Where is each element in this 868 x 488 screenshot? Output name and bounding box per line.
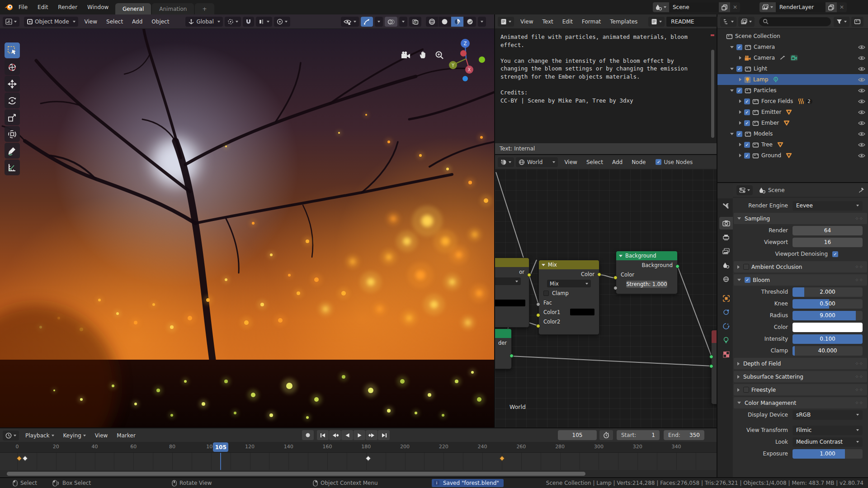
- shading-solid-button[interactable]: [439, 17, 451, 27]
- proportional-dropdown[interactable]: [274, 17, 290, 27]
- tool-select-box[interactable]: [5, 42, 20, 58]
- expander-icon[interactable]: [730, 46, 734, 48]
- expander-icon[interactable]: [739, 110, 741, 114]
- timeline-ruler[interactable]: 0204060801001201401601802002202402602803…: [0, 442, 717, 453]
- text-content[interactable]: Animated file with particles, animated m…: [495, 29, 717, 143]
- mix-color-out-socket[interactable]: [597, 272, 601, 277]
- panel-subsurface-scattering[interactable]: Subsurface Scattering⁘⁘: [734, 371, 867, 382]
- panel-sampling[interactable]: Sampling⁘⁘: [734, 213, 867, 224]
- expander-icon[interactable]: [730, 89, 734, 92]
- auto-key-stopwatch-button[interactable]: [599, 430, 613, 440]
- outliner-row-force-fields[interactable]: ✓Force Fields2: [717, 96, 868, 107]
- text-menu-edit[interactable]: Edit: [558, 19, 577, 25]
- text-menu-templates[interactable]: Templates: [605, 19, 642, 25]
- tab-general[interactable]: General: [115, 3, 151, 14]
- tool-measure[interactable]: [5, 160, 20, 175]
- editor-type-button[interactable]: [498, 157, 514, 167]
- visibility-dropdown[interactable]: [341, 17, 359, 27]
- visibility-checkbox[interactable]: ✓: [744, 99, 750, 104]
- gizmo-dropdown[interactable]: [375, 17, 383, 27]
- color-swatch-black[interactable]: [495, 300, 525, 306]
- shading-dropdown[interactable]: [478, 17, 486, 27]
- scene-selector[interactable]: Scene ✕: [653, 2, 740, 12]
- panel-expander-icon[interactable]: [737, 217, 741, 220]
- record-button[interactable]: [302, 430, 314, 440]
- new-collection-button[interactable]: [851, 17, 863, 27]
- background-out-socket[interactable]: [675, 264, 679, 268]
- panel-checkbox[interactable]: [743, 264, 749, 270]
- panel-freestyle[interactable]: Freestyle⁘⁘: [734, 384, 867, 395]
- text-datablock-name[interactable]: README: [666, 17, 721, 27]
- shading-wireframe-button[interactable]: [426, 17, 438, 27]
- mix-fac-socket[interactable]: [536, 302, 540, 306]
- pivot-dropdown[interactable]: [225, 17, 241, 27]
- panel-bloom[interactable]: ✓Bloom⁘⁘: [734, 274, 867, 286]
- keyframe-diamond[interactable]: [22, 455, 28, 461]
- shader-menu-add[interactable]: Add: [608, 159, 627, 165]
- mode-dropdown[interactable]: Object Mode: [24, 17, 78, 27]
- outliner-row-ground[interactable]: ✓Ground: [717, 150, 868, 161]
- prop-value-field[interactable]: 64: [793, 226, 863, 235]
- viewport-menu-select[interactable]: Select: [102, 19, 127, 25]
- scene-name[interactable]: Scene: [669, 2, 719, 12]
- shader-menu-select[interactable]: Select: [582, 159, 608, 165]
- panel-checkbox[interactable]: ✓: [745, 277, 750, 283]
- pan-hand-icon[interactable]: [419, 51, 428, 60]
- tab-animation[interactable]: Animation: [152, 3, 194, 14]
- properties-tab-object-data[interactable]: [719, 334, 733, 347]
- panel-checkbox[interactable]: [743, 387, 749, 393]
- text-editor[interactable]: ViewTextEditFormatTemplates README Anima…: [495, 14, 717, 154]
- menu-file[interactable]: File: [14, 0, 33, 14]
- overlays-dropdown[interactable]: [399, 17, 407, 27]
- shader-type-dropdown[interactable]: World: [516, 157, 558, 167]
- expander-icon[interactable]: [739, 154, 741, 157]
- prev-keyframe-button[interactable]: [329, 430, 341, 440]
- play-reverse-button[interactable]: [341, 430, 353, 440]
- gizmo-toggle[interactable]: [361, 17, 373, 27]
- properties-tab-texture[interactable]: [719, 348, 733, 361]
- panel-expander-icon[interactable]: [737, 279, 741, 281]
- mix-node[interactable]: Mix Color Mix Clamp Fac Color1 Color2: [538, 260, 599, 335]
- timeline-menu-marker[interactable]: Marker: [112, 432, 140, 439]
- outliner-row-models[interactable]: ✓Models: [717, 128, 868, 139]
- prop-slider[interactable]: 9.000: [793, 311, 863, 320]
- next-keyframe-button[interactable]: [366, 430, 377, 440]
- properties-tab-render[interactable]: [719, 217, 733, 230]
- visibility-checkbox[interactable]: ✓: [744, 109, 750, 115]
- filter-dropdown[interactable]: [834, 17, 849, 27]
- tool-scale[interactable]: [5, 109, 20, 125]
- tool-rotate[interactable]: [5, 93, 20, 108]
- prop-value-field[interactable]: 16: [793, 238, 863, 247]
- viewport-menu-object[interactable]: Object: [147, 19, 174, 25]
- partial-mix-node[interactable]: or: [495, 258, 529, 328]
- renderlayer-name[interactable]: RenderLayer: [776, 2, 826, 12]
- expander-icon[interactable]: [739, 56, 741, 60]
- text-datablock-dropdown[interactable]: [648, 17, 665, 27]
- remove-layer-button[interactable]: ✕: [837, 2, 847, 12]
- use-nodes-checkbox[interactable]: ✓: [656, 159, 661, 165]
- visibility-checkbox[interactable]: ✓: [744, 120, 750, 126]
- display-mode-dropdown[interactable]: [738, 17, 755, 27]
- frame-end-field[interactable]: End:350: [664, 430, 704, 440]
- timeline-track[interactable]: [0, 453, 717, 470]
- properties-tab-output[interactable]: [719, 231, 733, 244]
- playhead-line[interactable]: [220, 453, 221, 470]
- background-node[interactable]: Background Background Color Strength: 1.…: [616, 251, 678, 294]
- editor-type-button[interactable]: [736, 185, 753, 195]
- prop-slider[interactable]: 0.500: [793, 299, 863, 309]
- panel-expander-icon[interactable]: [737, 265, 740, 269]
- prop-color-swatch[interactable]: [793, 323, 863, 332]
- output-volume-socket[interactable]: [709, 364, 713, 368]
- current-frame-field[interactable]: 105: [558, 430, 597, 440]
- background-strength-socket[interactable]: [613, 286, 618, 290]
- play-button[interactable]: [354, 430, 365, 440]
- strength-field[interactable]: Strength: 1.000: [626, 281, 667, 288]
- unlink-scene-button[interactable]: ✕: [730, 2, 740, 12]
- properties-tab-object[interactable]: [719, 292, 733, 305]
- clamp-checkbox[interactable]: [543, 291, 549, 296]
- prop-dropdown[interactable]: Medium Contrast: [793, 437, 863, 447]
- shader-menu-node[interactable]: Node: [627, 159, 650, 165]
- mix-color1-socket[interactable]: [536, 313, 540, 317]
- eye-icon[interactable]: [858, 66, 865, 71]
- eye-icon[interactable]: [858, 110, 865, 115]
